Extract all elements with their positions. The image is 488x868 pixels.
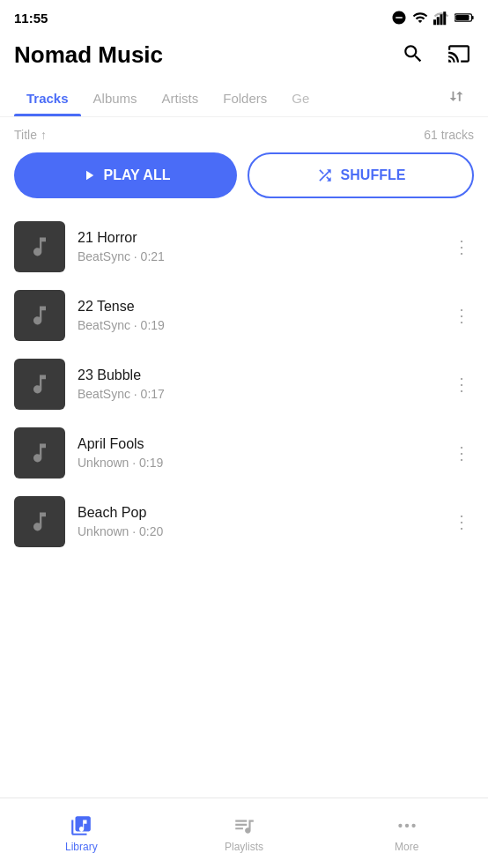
bottom-nav: Library Playlists More [0,798,488,868]
sort-button[interactable] [444,85,470,114]
track-info: 22 Tense BeatSync · 0:19 [78,299,437,332]
bottom-nav-playlists[interactable]: Playlists [163,807,326,860]
app-title: Nomad Music [14,41,163,69]
tab-ge[interactable]: Ge [279,82,322,116]
svg-rect-3 [443,11,446,25]
music-note-icon [27,509,52,534]
search-button[interactable] [398,39,428,71]
track-item[interactable]: April Fools Unknown · 0:19 ⋮ [0,419,488,487]
header: Nomad Music [0,32,488,82]
track-item[interactable]: 21 Horror BeatSync · 0:21 ⋮ [0,212,488,281]
tab-folders[interactable]: Folders [211,82,279,116]
sort-bar: Title ↑ 61 tracks [0,117,488,149]
svg-point-7 [398,823,402,827]
nav-tabs: Tracks Albums Artists Folders Ge [0,82,488,117]
track-meta: BeatSync · 0:19 [78,318,437,332]
tab-artists[interactable]: Artists [150,82,211,116]
track-meta: BeatSync · 0:21 [78,249,437,263]
track-title: April Fools [78,436,437,452]
track-title: 23 Bubble [78,367,437,383]
svg-point-8 [405,823,409,827]
track-item[interactable]: 23 Bubble BeatSync · 0:17 ⋮ [0,350,488,419]
track-more-button[interactable]: ⋮ [449,435,474,471]
library-icon [70,814,92,837]
signal-icon [433,10,449,26]
action-buttons: PLAY ALL SHUFFLE [0,149,488,212]
music-note-icon [27,441,52,465]
track-info: April Fools Unknown · 0:19 [78,436,437,470]
library-label: Library [65,841,98,853]
wifi-icon [412,10,428,26]
track-thumbnail [14,359,65,410]
play-icon [81,167,97,183]
track-more-button[interactable]: ⋮ [449,367,474,402]
track-meta: Unknown · 0:19 [78,456,437,470]
bottom-nav-more[interactable]: More [325,807,488,860]
cast-icon [447,42,470,65]
track-meta: Unknown · 0:20 [78,524,437,538]
track-more-button[interactable]: ⋮ [449,229,474,264]
track-info: 21 Horror BeatSync · 0:21 [78,230,437,263]
track-thumbnail [14,496,65,547]
track-list: 21 Horror BeatSync · 0:21 ⋮ 22 Tense Bea… [0,212,488,762]
do-not-disturb-icon [391,10,407,26]
svg-rect-5 [472,16,474,19]
search-icon [402,42,425,65]
more-label: More [395,841,418,853]
tab-tracks[interactable]: Tracks [14,82,81,116]
status-bar: 11:55 [0,0,488,32]
nav-tabs-right [444,85,474,114]
cast-button[interactable] [444,39,474,71]
shuffle-button[interactable]: SHUFFLE [248,152,474,198]
svg-rect-6 [455,15,469,20]
track-item[interactable]: Beach Pop Unknown · 0:20 ⋮ [0,487,488,556]
track-count: 61 tracks [424,128,474,142]
playlists-label: Playlists [225,841,263,853]
track-info: 23 Bubble BeatSync · 0:17 [78,367,437,401]
status-time: 11:55 [14,11,48,26]
svg-rect-1 [437,17,440,25]
music-note-icon [27,372,52,397]
sort-label: Title ↑ [14,128,47,142]
track-title: 21 Horror [78,230,437,246]
track-more-button[interactable]: ⋮ [449,298,474,333]
track-thumbnail [14,290,65,341]
music-note-icon [27,234,52,259]
svg-rect-0 [433,19,436,25]
more-icon [396,814,418,837]
bottom-nav-library[interactable]: Library [0,807,163,860]
battery-icon [455,12,474,23]
track-thumbnail [14,427,65,479]
music-note-icon [27,303,52,328]
play-all-button[interactable]: PLAY ALL [14,152,237,198]
track-item[interactable]: 22 Tense BeatSync · 0:19 ⋮ [0,281,488,350]
track-more-button[interactable]: ⋮ [449,504,474,539]
track-title: 22 Tense [78,299,437,315]
playlists-icon [233,814,255,837]
status-icons [391,10,474,26]
header-icons [398,39,474,71]
sort-icon [447,88,467,108]
track-info: Beach Pop Unknown · 0:20 [78,505,437,538]
track-thumbnail [14,221,65,272]
track-title: Beach Pop [78,505,437,521]
track-meta: BeatSync · 0:17 [78,387,437,401]
shuffle-icon [316,167,334,184]
tab-albums[interactable]: Albums [81,82,150,116]
svg-rect-2 [440,14,443,25]
svg-point-9 [411,823,415,827]
